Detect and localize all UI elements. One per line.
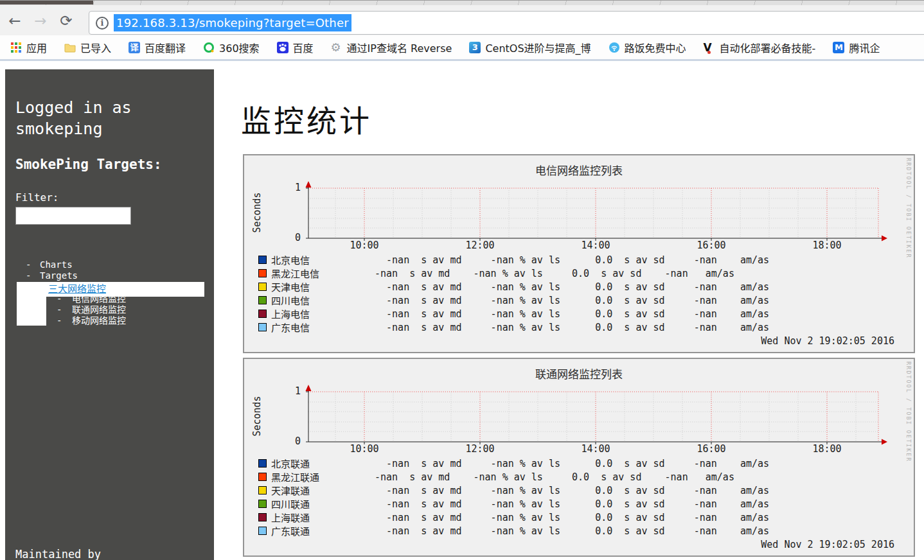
series-stats: -nan s av md -nan % av ls 0.0 s av sd -n… xyxy=(375,498,769,510)
chart-panel-telecom[interactable]: 电信网络监控列表 Seconds 1 0 10:0012:0014:0016:0… xyxy=(243,154,915,353)
series-name: 黑龙江电信 xyxy=(267,267,375,280)
x-tick: 12:00 xyxy=(458,443,502,455)
centos-icon: 3 xyxy=(469,42,481,53)
series-stats: -nan s av md -nan % av ls 0.0 s av sd -n… xyxy=(375,308,769,320)
filter-input[interactable] xyxy=(15,207,131,225)
sidebar-item-charts[interactable]: Charts xyxy=(40,259,73,270)
bookmark-imported[interactable]: 已导入 xyxy=(64,40,111,55)
bookmark-lufan[interactable]: 路饭免费中心 xyxy=(609,40,686,55)
chart-panel-unicom[interactable]: 联通网络监控列表 Seconds 1 0 10:0012:0014:0016:0… xyxy=(243,358,915,557)
series-stats: -nan s av md -nan % av ls 0.0 s av sd -n… xyxy=(375,525,769,537)
y-axis-label: Seconds xyxy=(251,180,263,245)
series-stats: -nan s av md -nan % av ls 0.0 s av sd -n… xyxy=(375,295,769,306)
series-name: 广东联通 xyxy=(267,524,375,538)
tree-dash: - xyxy=(57,293,62,304)
bookmark-tencent[interactable]: M 腾讯企 xyxy=(833,40,880,55)
y-axis-label: Seconds xyxy=(251,384,263,448)
chart-title: 电信网络监控列表 xyxy=(244,162,914,178)
x-tick: 14:00 xyxy=(573,443,618,455)
back-button[interactable]: ← xyxy=(4,10,26,31)
bookmark-baidu[interactable]: 百度 xyxy=(277,40,314,55)
series-stats: -nan s av md -nan % av ls 0.0 s av sd -n… xyxy=(375,512,769,523)
legend-series-row: 天津联通 -nan s av md -nan % av ls 0.0 s av … xyxy=(258,484,901,497)
x-axis-ticks: 10:0012:0014:0016:0018:00 xyxy=(244,240,914,251)
bookmark-centos[interactable]: 3 CentOS进阶与提高_博 xyxy=(469,40,591,55)
series-name: 北京电信 xyxy=(267,253,375,267)
apps-grid-icon xyxy=(10,42,22,53)
series-color-swatch xyxy=(258,256,267,264)
tree-children: - 电信网络监控 - 联通网络监控 - 移动网络监控 xyxy=(5,293,214,326)
browser-window: ← → ⟳ i 192.168.3.13/smokeping?target=Ot… xyxy=(0,0,924,560)
chart-timestamp: Wed Nov 2 19:02:05 2016 xyxy=(761,335,894,347)
sidebar-item-telecom[interactable]: 电信网络监控 xyxy=(72,293,126,304)
x-tick: 18:00 xyxy=(804,443,849,455)
x-tick: 14:00 xyxy=(573,240,618,251)
chart-timestamp: Wed Nov 2 19:02:05 2016 xyxy=(761,539,894,550)
sidebar-item-targets[interactable]: Targets xyxy=(40,270,78,281)
plot-area xyxy=(305,179,889,246)
bookmark-baidu-translate[interactable]: 译 百度翻译 xyxy=(129,40,186,55)
x-tick: 12:00 xyxy=(458,240,502,251)
x-axis-ticks: 10:0012:0014:0016:0018:00 xyxy=(244,443,914,455)
series-name: 天津电信 xyxy=(267,280,375,293)
legend-series-row: 北京电信 -nan s av md -nan % av ls 0.0 s av … xyxy=(258,253,901,267)
series-color-swatch xyxy=(258,500,267,508)
url-text-selected[interactable]: 192.168.3.13/smokeping?target=Other xyxy=(114,14,351,31)
bookmark-auto-deploy[interactable]: V 自动化部署必备技能- xyxy=(704,40,816,55)
series-name: 上海电信 xyxy=(267,307,375,320)
series-name: 四川联通 xyxy=(267,497,375,511)
bookmark-label: 应用 xyxy=(26,40,47,55)
tree-row-charts: - Charts xyxy=(5,259,214,270)
rrdtool-watermark: RRDTOOL / TOBI OETIKER xyxy=(905,362,912,462)
tree-dash: - xyxy=(26,270,31,281)
x-tick: 16:00 xyxy=(689,240,734,251)
bookmarks-bar: 应用 已导入 译 百度翻译 360搜索 百度 ⚙ 通过IP查域名 Revers xyxy=(0,35,924,59)
bookmark-label: 通过IP查域名 Reverse xyxy=(347,40,452,55)
maintained-by-text: Maintained by xyxy=(15,548,101,560)
y-tick-1: 1 xyxy=(281,182,301,193)
tab-strip[interactable] xyxy=(0,0,924,5)
browser-toolbar: ← → ⟳ i 192.168.3.13/smokeping?target=Ot… xyxy=(0,5,924,35)
bookmark-label: 已导入 xyxy=(80,40,111,55)
x-tick: 18:00 xyxy=(804,240,849,251)
bookmark-apps[interactable]: 应用 xyxy=(10,40,47,55)
tree-dash: - xyxy=(57,315,62,326)
bookmark-label: 360搜索 xyxy=(219,40,260,55)
folder-icon xyxy=(64,42,76,53)
series-color-swatch xyxy=(258,296,267,304)
series-name: 天津联通 xyxy=(267,484,375,497)
baidu-translate-icon: 译 xyxy=(129,42,140,53)
url-bar[interactable]: i 192.168.3.13/smokeping?target=Other xyxy=(89,11,924,35)
series-name: 北京联通 xyxy=(267,457,375,470)
series-name: 广东电信 xyxy=(267,320,375,334)
legend-series-row: 天津电信 -nan s av md -nan % av ls 0.0 s av … xyxy=(258,280,901,293)
bookmark-label: 腾讯企 xyxy=(849,40,880,55)
legend-series-row: 黑龙江电信-nan s av md -nan % av ls 0.0 s av … xyxy=(258,267,901,280)
bookmark-360-search[interactable]: 360搜索 xyxy=(203,40,260,55)
forward-button[interactable]: → xyxy=(30,10,51,31)
bookmark-label: CentOS进阶与提高_博 xyxy=(485,40,591,55)
page-info-icon[interactable]: i xyxy=(96,17,109,30)
legend-series-row: 四川电信 -nan s av md -nan % av ls 0.0 s av … xyxy=(258,293,901,307)
series-color-swatch xyxy=(258,269,267,277)
logged-in-text: Logged in as smokeping xyxy=(15,98,170,139)
sidebar-item-unicom[interactable]: 联通网络监控 xyxy=(72,304,126,315)
series-name: 四川电信 xyxy=(267,293,375,307)
sidebar: Logged in as smokeping SmokePing Targets… xyxy=(5,69,214,560)
y-tick-1: 1 xyxy=(281,385,301,397)
series-stats: -nan s av md -nan % av ls 0.0 s av sd -n… xyxy=(375,268,734,279)
legend-series-row: 广东电信 -nan s av md -nan % av ls 0.0 s av … xyxy=(258,320,901,334)
series-name: 黑龙江联通 xyxy=(267,470,375,484)
legend-series-row: 上海联通 -nan s av md -nan % av ls 0.0 s av … xyxy=(258,511,901,524)
bookmark-ip-lookup[interactable]: ⚙ 通过IP查域名 Reverse xyxy=(331,40,452,55)
x-tick: 16:00 xyxy=(689,443,734,455)
bookmark-label: 百度 xyxy=(293,40,314,55)
plot-area xyxy=(305,383,889,450)
targets-tree: - Charts - Targets 三大网络监控 - 电信网络监控 - 联通网… xyxy=(5,259,214,281)
tree-dash: - xyxy=(57,304,62,315)
page-title: 监控统计 xyxy=(241,96,372,141)
bookmark-label: 路饭免费中心 xyxy=(625,40,686,55)
sidebar-item-mobile[interactable]: 移动网络监控 xyxy=(72,315,126,326)
reload-button[interactable]: ⟳ xyxy=(55,10,77,31)
chart-title: 联通网络监控列表 xyxy=(244,365,914,381)
